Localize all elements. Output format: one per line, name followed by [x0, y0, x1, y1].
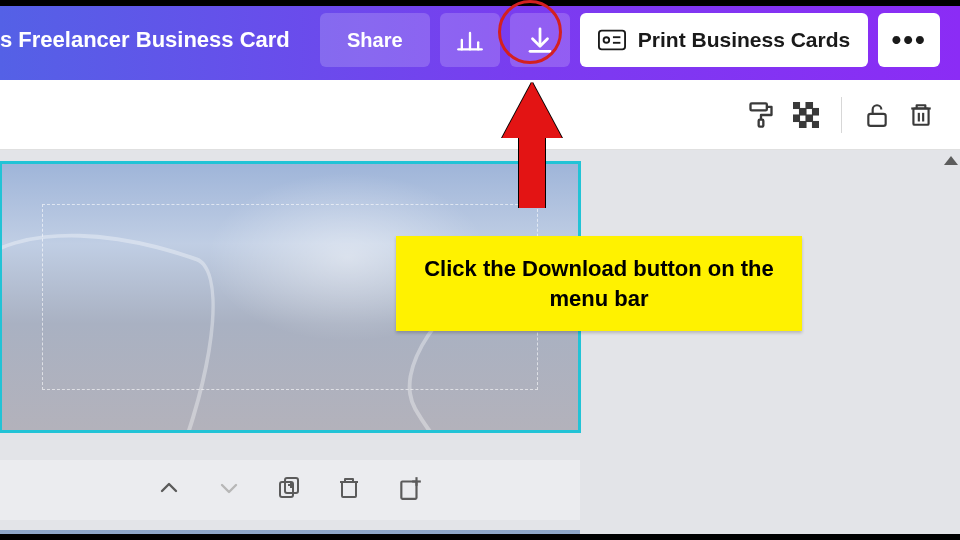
delete-page-button[interactable] [337, 475, 361, 505]
download-button[interactable] [510, 13, 570, 67]
duplicate-page-button[interactable] [277, 476, 301, 504]
chevron-up-icon [157, 476, 181, 500]
share-button[interactable]: Share [320, 13, 430, 67]
toolbar-divider [841, 97, 842, 133]
chevron-down-icon [217, 476, 241, 500]
lock-open-icon [864, 101, 890, 129]
delete-button[interactable] [908, 101, 934, 129]
svg-rect-14 [800, 108, 807, 115]
paint-roller-icon [747, 101, 775, 129]
svg-point-7 [603, 37, 609, 43]
transparency-button[interactable] [793, 102, 819, 128]
analytics-icon [456, 26, 484, 54]
svg-rect-16 [793, 115, 800, 122]
letterbox-bottom [0, 534, 960, 540]
svg-rect-19 [813, 121, 820, 128]
page-move-up-button[interactable] [157, 476, 181, 504]
transparency-icon [793, 102, 819, 128]
svg-rect-21 [913, 108, 928, 124]
svg-rect-17 [806, 115, 813, 122]
download-icon [525, 25, 555, 55]
letterbox-top [0, 0, 960, 6]
svg-rect-13 [806, 102, 813, 109]
document-title[interactable]: s Freelancer Business Card [0, 27, 290, 53]
context-toolbar [0, 80, 960, 150]
add-page-icon [397, 475, 423, 501]
scroll-up-arrow[interactable] [944, 156, 958, 165]
canvas-area[interactable] [0, 150, 960, 540]
styles-button[interactable] [747, 101, 775, 129]
svg-rect-12 [793, 102, 800, 109]
trash-icon [908, 101, 934, 129]
svg-rect-20 [868, 113, 885, 125]
svg-rect-15 [813, 108, 820, 115]
callout-tooltip: Click the Download button on the menu ba… [396, 236, 802, 331]
svg-rect-11 [759, 119, 764, 126]
print-business-cards-button[interactable]: Print Business Cards [580, 13, 868, 67]
print-badge-icon [598, 29, 626, 51]
svg-rect-18 [800, 121, 807, 128]
svg-rect-28 [342, 482, 356, 497]
more-button[interactable]: ••• [878, 13, 940, 67]
trash-icon [337, 475, 361, 501]
add-page-button[interactable] [397, 475, 423, 505]
more-icon: ••• [892, 24, 927, 56]
print-button-label: Print Business Cards [638, 28, 850, 52]
analytics-button[interactable] [440, 13, 500, 67]
page-controls [0, 460, 580, 520]
duplicate-icon [277, 476, 301, 500]
svg-rect-10 [751, 103, 767, 110]
lock-button[interactable] [864, 101, 890, 129]
menu-bar: s Freelancer Business Card Share Print B… [0, 0, 960, 80]
page-move-down-button[interactable] [217, 476, 241, 504]
svg-rect-29 [401, 482, 416, 499]
